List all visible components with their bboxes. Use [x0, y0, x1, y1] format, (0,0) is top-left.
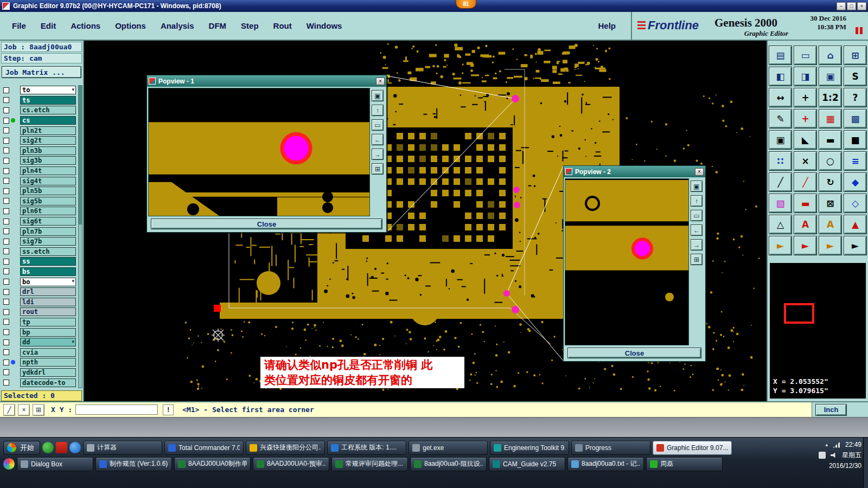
- tool-button-select-crosshair[interactable]: ►: [819, 236, 842, 255]
- layer-name-field[interactable]: datecode-to: [20, 378, 76, 387]
- tool-button-ruler[interactable]: ▬: [819, 130, 842, 150]
- tool-button-select-black[interactable]: ►: [844, 236, 867, 255]
- tool-button-center[interactable]: +: [794, 88, 817, 107]
- task-button[interactable]: 工程系统 版本: 1....: [327, 441, 406, 455]
- input-language-icon[interactable]: [819, 452, 826, 459]
- task-button[interactable]: 常规评审问题处理...: [331, 457, 408, 471]
- tool-button-triangle-outline[interactable]: △: [769, 215, 792, 234]
- tool-button-redo[interactable]: ↻: [819, 172, 842, 192]
- layer-name-field[interactable]: bo: [20, 278, 76, 286]
- tool-button-tile[interactable]: ⊞: [844, 46, 867, 65]
- quicklaunch-green-icon[interactable]: [42, 442, 54, 453]
- popview-close-icon[interactable]: ×: [695, 168, 704, 176]
- tool-button-text-yellow[interactable]: A: [819, 215, 842, 234]
- task-button[interactable]: 周磊: [646, 457, 723, 471]
- tool-button-stack[interactable]: ≡: [844, 151, 867, 171]
- task-button[interactable]: 8AADJ00UA0-预审...: [253, 457, 329, 471]
- layer-checkbox[interactable]: [3, 289, 9, 295]
- layer-checkbox[interactable]: [3, 208, 9, 214]
- layer-checkbox[interactable]: [3, 299, 9, 305]
- pv-button-window[interactable]: ▣: [372, 90, 384, 101]
- layer-checkbox[interactable]: [3, 188, 9, 194]
- command-bang-button[interactable]: !: [163, 404, 174, 415]
- layer-name-field[interactable]: sig5b: [20, 197, 76, 206]
- popview-1-close-button[interactable]: Close: [151, 219, 382, 229]
- tool-button-select-yellow[interactable]: ►: [769, 236, 792, 255]
- pv-button-pan-right[interactable]: →: [372, 149, 384, 160]
- layer-checkbox[interactable]: [3, 168, 9, 174]
- layer-scrollbar[interactable]: [78, 85, 82, 388]
- layer-name-field[interactable]: cs: [20, 116, 76, 125]
- layer-name-field[interactable]: dd: [20, 338, 76, 346]
- unit-toggle-button[interactable]: Inch: [815, 404, 847, 416]
- layer-name-field[interactable]: cvia: [20, 348, 76, 357]
- popview-1-window[interactable]: Popview - 1 × ▣: [146, 75, 387, 233]
- layer-name-field[interactable]: sig4t: [20, 177, 76, 185]
- tool-button-snap[interactable]: S: [844, 67, 867, 86]
- tool-button-pin[interactable]: +: [794, 109, 817, 129]
- tool-button-text-red[interactable]: A: [794, 215, 817, 234]
- menu-item-file[interactable]: File: [12, 21, 26, 30]
- overview-navigator[interactable]: X = 2.053552" Y = 3.079615": [770, 263, 866, 399]
- tool-button-layer-colors[interactable]: ▦: [819, 109, 842, 129]
- tool-button-help[interactable]: ?: [844, 88, 867, 107]
- popview-close-icon[interactable]: ×: [376, 78, 385, 85]
- tool-button-nets[interactable]: ∷: [769, 151, 792, 171]
- tool-button-cascade[interactable]: ▣: [819, 67, 842, 86]
- layer-name-field[interactable]: pln2t: [20, 126, 76, 135]
- layer-checkbox[interactable]: [3, 158, 9, 164]
- menu-item-options[interactable]: Options: [115, 21, 146, 30]
- layer-name-field[interactable]: pln7b: [20, 227, 76, 236]
- layer-checkbox[interactable]: [3, 369, 9, 375]
- task-button[interactable]: 8aadj00ua0.txt - 记...: [567, 457, 644, 471]
- menu-item-step[interactable]: Step: [241, 21, 259, 30]
- window-titlebar[interactable]: Graphic Editor 9.07b2 (00@HY-HYCAM-PC171…: [0, 0, 868, 12]
- layer-checkbox[interactable]: [3, 97, 9, 103]
- tool-button-fit-width[interactable]: ↔: [769, 88, 792, 107]
- layer-checkbox[interactable]: [3, 118, 9, 124]
- task-button[interactable]: Engineering Toolkit 9....: [490, 441, 569, 455]
- status-tool-button-clear[interactable]: ×: [18, 404, 30, 416]
- status-tool-button-profile[interactable]: ╱: [3, 404, 15, 416]
- popview-1-canvas[interactable]: [148, 88, 370, 216]
- pv-button-fit[interactable]: ⊞: [691, 254, 703, 265]
- layer-checkbox[interactable]: [3, 309, 9, 315]
- task-button[interactable]: Dialog Box: [17, 457, 93, 471]
- task-button[interactable]: 8AADJ00UA0制作单...: [174, 457, 251, 471]
- tool-button-screen[interactable]: ▭: [794, 46, 817, 65]
- layer-name-field[interactable]: rout: [20, 307, 76, 316]
- layer-checkbox[interactable]: [3, 268, 9, 274]
- layer-name-field[interactable]: ldi: [20, 298, 76, 306]
- pv-button-fit[interactable]: ⊞: [372, 163, 384, 175]
- layer-checkbox[interactable]: [3, 87, 9, 93]
- tool-button-pads[interactable]: ○: [819, 151, 842, 171]
- task-button[interactable]: 8aadj00ua0-阻抗设...: [410, 457, 487, 471]
- layer-checkbox[interactable]: [3, 219, 9, 224]
- close-button[interactable]: ×: [857, 2, 866, 10]
- tool-button-polygon[interactable]: ◇: [844, 194, 867, 213]
- popview-2-window[interactable]: Popview - 2 × ▣ ↑ ▭: [563, 165, 706, 362]
- layer-name-field[interactable]: tp: [20, 318, 76, 326]
- job-matrix-button[interactable]: Job Matrix ...: [2, 66, 81, 78]
- pv-button-pan-left[interactable]: ←: [691, 224, 703, 236]
- layer-name-field[interactable]: cs.etch: [20, 106, 76, 114]
- xy-input[interactable]: [75, 404, 158, 415]
- tool-button-flag[interactable]: ◣: [794, 130, 817, 150]
- tool-button-line[interactable]: ╱: [769, 172, 792, 192]
- tool-button-triangle-red[interactable]: ▲: [844, 215, 867, 234]
- minimize-button[interactable]: –: [837, 2, 846, 10]
- internet-explorer-icon[interactable]: [69, 442, 81, 453]
- layer-checkbox[interactable]: [3, 138, 9, 144]
- layer-name-field[interactable]: drl: [20, 287, 76, 296]
- layer-checkbox[interactable]: [3, 198, 9, 204]
- tool-button-erase[interactable]: ▬: [794, 194, 817, 213]
- pv-button-raise[interactable]: ↑: [372, 105, 384, 116]
- pv-button-raise[interactable]: ↑: [691, 195, 703, 207]
- task-button[interactable]: 计算器: [83, 441, 162, 455]
- navigator-viewport[interactable]: [784, 303, 814, 324]
- layer-name-field[interactable]: bp: [20, 328, 76, 337]
- layer-name-field[interactable]: pln3b: [20, 146, 76, 155]
- task-button[interactable]: CAM_Guide v2.75: [489, 457, 565, 471]
- maximize-button[interactable]: □: [847, 2, 856, 10]
- layer-name-field[interactable]: ts: [20, 96, 76, 105]
